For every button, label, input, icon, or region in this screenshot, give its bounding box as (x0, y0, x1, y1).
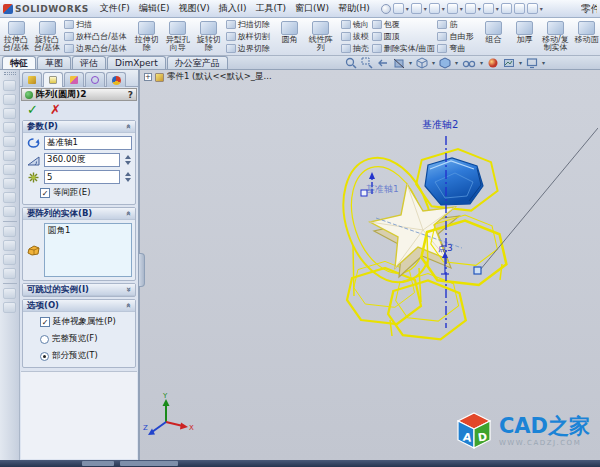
left-toolbar-icon[interactable] (3, 80, 16, 91)
mirror-button[interactable]: 镜向 (341, 19, 369, 30)
tree-root-node[interactable]: 零件1 (默认<<默认>_显... (167, 71, 272, 83)
linear-pattern-button[interactable]: 线性阵列 (306, 19, 336, 54)
left-toolbar-icon[interactable] (3, 136, 16, 147)
hole-wizard-button[interactable]: 异型孔向导 (163, 19, 193, 54)
print-icon[interactable] (447, 3, 458, 14)
boundary-cut-button[interactable]: 边界切除 (226, 43, 270, 54)
extruded-cut-button[interactable]: 拉伸切除 (132, 19, 162, 54)
left-toolbar-icon[interactable] (3, 254, 16, 265)
property-manager-tab[interactable] (43, 72, 63, 87)
save-icon[interactable] (429, 3, 440, 14)
equal-spacing-option[interactable]: ✓ 等间距(E) (40, 187, 132, 199)
chevron-down-icon[interactable]: ▾ (540, 6, 543, 12)
bodies-list-box[interactable]: 圆角1 (44, 223, 132, 277)
left-toolbar-icon[interactable] (3, 108, 16, 119)
apply-scene-icon[interactable] (503, 57, 515, 69)
tab-features[interactable]: 特征 (2, 56, 36, 69)
open-file-icon[interactable] (411, 3, 422, 14)
revolved-boss-button[interactable]: 旋转凸台/基体 (32, 19, 62, 54)
chevron-down-icon[interactable]: ▾ (442, 6, 445, 12)
left-toolbar-icon[interactable] (3, 226, 16, 237)
chevron-down-icon[interactable]: ▾ (542, 60, 545, 66)
ok-button[interactable]: ✓ (27, 103, 38, 116)
configuration-manager-tab[interactable] (64, 72, 84, 87)
move-face-button[interactable]: 移动面 (571, 19, 600, 54)
view-orientation-icon[interactable] (416, 57, 428, 69)
edit-appearance-icon[interactable] (487, 57, 499, 69)
rib-button[interactable]: 筋 (437, 19, 473, 30)
graphics-viewport[interactable]: + 零件1 (默认<<默认>_显... (140, 70, 600, 460)
spin-up-icon[interactable] (125, 155, 131, 159)
chevron-down-icon[interactable]: ▾ (455, 60, 458, 66)
swept-boss-button[interactable]: 扫描 (64, 19, 127, 30)
menu-insert[interactable]: 插入(I) (215, 1, 251, 16)
menu-tools[interactable]: 工具(T) (251, 1, 290, 16)
file-properties-icon[interactable] (527, 3, 538, 14)
section-view-icon[interactable] (393, 57, 405, 69)
partial-preview-option[interactable]: 部分预览(T) (40, 350, 132, 362)
expand-icon[interactable]: » (124, 287, 133, 292)
spin-down-icon[interactable] (125, 161, 131, 165)
chevron-down-icon[interactable]: ▾ (519, 60, 522, 66)
shell-button[interactable]: 抽壳 (341, 43, 369, 54)
count-spinner[interactable] (123, 170, 132, 184)
new-file-icon[interactable] (393, 3, 404, 14)
menu-view[interactable]: 视图(V) (175, 1, 214, 16)
chevron-down-icon[interactable]: ▾ (406, 6, 409, 12)
dome-button[interactable]: 圆顶 (372, 31, 435, 42)
dimxpert-manager-tab[interactable] (85, 72, 105, 87)
menu-file[interactable]: 文件(F) (96, 1, 134, 16)
wrap-button[interactable]: 包覆 (372, 19, 435, 30)
lofted-cut-button[interactable]: 放样切割 (226, 31, 270, 42)
chevron-down-icon[interactable]: ▾ (460, 6, 463, 12)
swx-round-icon[interactable] (381, 4, 391, 14)
point3-label[interactable]: 点3 (438, 242, 453, 255)
extruded-boss-button[interactable]: 拉伸凸台/基体 (1, 19, 31, 54)
undo-icon[interactable] (465, 3, 476, 14)
cancel-button[interactable]: ✗ (50, 103, 61, 116)
tab-evaluate[interactable]: 评估 (72, 56, 106, 69)
bodies-header[interactable]: 要阵列的实体(B)» (23, 208, 135, 220)
left-toolbar-icon[interactable] (3, 288, 16, 299)
feature-tree-tab[interactable] (22, 72, 42, 87)
draft-button[interactable]: 拔模 (341, 31, 369, 42)
move-copy-body-button[interactable]: 移动/复制实体 (540, 19, 570, 54)
fillet-button[interactable]: 圆角 (275, 19, 305, 54)
swept-cut-button[interactable]: 扫描切除 (226, 19, 270, 30)
left-toolbar-icon[interactable] (3, 192, 16, 203)
pattern-axis-field[interactable]: 基准轴1 (44, 136, 132, 150)
left-toolbar-icon[interactable] (3, 206, 16, 217)
revolved-cut-button[interactable]: 旋转切除 (194, 19, 224, 54)
chevron-down-icon[interactable]: ▾ (478, 6, 481, 12)
menu-window[interactable]: 窗口(W) (291, 1, 333, 16)
datum-axis2-label[interactable]: 基准轴2 (422, 118, 458, 132)
delete-body-button[interactable]: 删除实体/曲面 (372, 43, 435, 54)
fillet-body[interactable] (425, 158, 483, 205)
thicken-button[interactable]: 加厚 (509, 19, 539, 54)
previous-view-icon[interactable] (377, 57, 389, 69)
flex-button[interactable]: 弯曲 (437, 43, 473, 54)
list-item[interactable]: 圆角1 (48, 225, 128, 237)
angle-spinner[interactable] (123, 153, 132, 167)
menu-edit[interactable]: 编辑(E) (135, 1, 174, 16)
left-toolbar-icon[interactable] (3, 94, 16, 105)
chevron-down-icon[interactable]: ▾ (480, 60, 483, 66)
chevron-down-icon[interactable]: ▾ (432, 60, 435, 66)
rebuild-icon[interactable] (501, 3, 512, 14)
combine-button[interactable]: 组合 (478, 19, 508, 54)
left-toolbar-icon[interactable] (3, 122, 16, 133)
drag-handle[interactable] (474, 267, 481, 274)
spin-down-icon[interactable] (125, 178, 131, 182)
left-toolbar-icon[interactable] (3, 164, 16, 175)
pattern-count-field[interactable]: 5 (44, 170, 120, 184)
options-header[interactable]: 选项(O)» (23, 300, 135, 312)
left-toolbar-icon[interactable] (3, 240, 16, 251)
checkbox-checked-icon[interactable]: ✓ (40, 188, 50, 198)
freeform-button[interactable]: 自由形 (437, 31, 473, 42)
lofted-boss-button[interactable]: 放样凸台/基体 (64, 31, 127, 42)
chevron-down-icon[interactable]: ▾ (409, 60, 412, 66)
hide-show-items-icon[interactable] (462, 57, 476, 69)
checkbox-checked-icon[interactable]: ✓ (40, 317, 50, 327)
display-style-icon[interactable] (439, 57, 451, 69)
collapse-icon[interactable]: » (124, 211, 133, 216)
